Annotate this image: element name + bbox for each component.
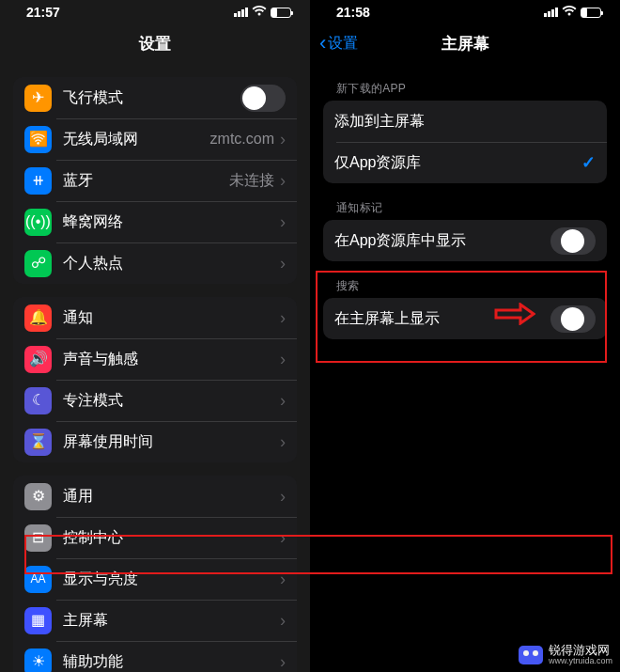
- status-time: 21:58: [336, 5, 370, 20]
- bluetooth-icon: ⧺: [24, 167, 52, 195]
- screentime-icon: ⌛: [24, 429, 52, 456]
- label-show-in-library: 在App资源库中显示: [334, 231, 550, 251]
- row-hotspot[interactable]: ☍ 个人热点 ›: [13, 242, 297, 284]
- hotspot-icon: ☍: [24, 250, 52, 277]
- chevron-icon: ›: [280, 171, 286, 191]
- home-screen-settings: 21:58 ‹ 设置 主屏幕 新下载的APP 添加到主屏幕 仅App资源库 ✓ …: [310, 0, 620, 672]
- row-control-center[interactable]: ⊟ 控制中心 ›: [13, 517, 297, 558]
- group-badges: 在App资源库中显示: [323, 220, 607, 261]
- row-app-library-only[interactable]: 仅App资源库 ✓: [323, 142, 607, 183]
- title-bar: ‹ 设置 主屏幕: [310, 23, 620, 64]
- row-show-on-home[interactable]: 在主屏幕上显示: [323, 298, 607, 339]
- label-control-center: 控制中心: [63, 528, 280, 548]
- group-search: 在主屏幕上显示: [323, 298, 607, 339]
- section-header-badges: 通知标记: [336, 200, 594, 216]
- row-accessibility[interactable]: ☀ 辅助功能 ›: [13, 641, 297, 672]
- label-general: 通用: [63, 487, 280, 507]
- airplane-switch[interactable]: [240, 85, 286, 112]
- row-sound[interactable]: 🔊 声音与触感 ›: [13, 338, 297, 380]
- status-icons: [544, 5, 601, 20]
- label-wifi: 无线局域网: [63, 130, 210, 149]
- label-hotspot: 个人热点: [63, 254, 280, 273]
- notifications-icon: 🔔: [24, 305, 52, 332]
- wifi-icon: [562, 5, 577, 20]
- chevron-icon: ›: [280, 391, 286, 411]
- section-header-newapps: 新下载的APP: [336, 81, 594, 97]
- row-screentime[interactable]: ⌛ 屏幕使用时间 ›: [13, 421, 297, 462]
- detail-bluetooth: 未连接: [229, 171, 274, 191]
- status-bar: 21:58: [310, 0, 620, 23]
- chevron-icon: ›: [280, 350, 286, 369]
- row-airplane[interactable]: ✈ 飞行模式: [13, 77, 297, 118]
- row-general[interactable]: ⚙ 通用 ›: [13, 476, 297, 517]
- chevron-icon: ›: [280, 432, 286, 452]
- chevron-icon: ›: [280, 308, 286, 328]
- back-button[interactable]: ‹ 设置: [319, 33, 358, 54]
- battery-icon: [581, 8, 601, 18]
- chevron-icon: ›: [280, 652, 286, 672]
- wifi-setting-icon: 🛜: [24, 126, 52, 153]
- label-add-to-home: 添加到主屏幕: [334, 112, 596, 132]
- row-home-screen[interactable]: ▦ 主屏幕 ›: [13, 600, 297, 641]
- label-notifications: 通知: [63, 308, 280, 328]
- label-accessibility: 辅助功能: [63, 652, 280, 672]
- signal-icon: [234, 8, 248, 17]
- check-icon: ✓: [581, 152, 596, 173]
- display-icon: AA: [24, 566, 52, 593]
- label-focus: 专注模式: [63, 391, 280, 411]
- group-connectivity: ✈ 飞行模式 🛜 无线局域网 zmtc.com › ⧺ 蓝牙 未连接 › ((•…: [13, 77, 297, 284]
- chevron-left-icon: ‹: [319, 33, 326, 54]
- row-show-in-library[interactable]: 在App资源库中显示: [323, 220, 607, 261]
- chevron-icon: ›: [280, 611, 286, 631]
- show-on-home-switch[interactable]: [550, 305, 596, 333]
- chevron-icon: ›: [280, 570, 286, 589]
- row-display[interactable]: AA 显示与亮度 ›: [13, 558, 297, 600]
- sound-icon: 🔊: [24, 346, 52, 373]
- show-in-library-switch[interactable]: [550, 227, 596, 255]
- row-notifications[interactable]: 🔔 通知 ›: [13, 297, 297, 338]
- label-show-on-home: 在主屏幕上显示: [334, 309, 550, 329]
- label-screentime: 屏幕使用时间: [63, 432, 280, 452]
- section-header-search: 搜索: [336, 278, 594, 294]
- status-bar: 21:57: [0, 0, 310, 23]
- row-wifi[interactable]: 🛜 无线局域网 zmtc.com ›: [13, 118, 297, 160]
- row-add-to-home[interactable]: 添加到主屏幕: [323, 101, 607, 142]
- accessibility-icon: ☀: [24, 649, 52, 673]
- chevron-icon: ›: [280, 528, 286, 548]
- battery-icon: [271, 8, 291, 18]
- watermark-title: 锐得游戏网: [549, 644, 612, 657]
- label-bluetooth: 蓝牙: [63, 171, 229, 191]
- group-newapps: 添加到主屏幕 仅App资源库 ✓: [323, 101, 607, 183]
- page-title: 设置: [139, 33, 171, 55]
- back-label: 设置: [328, 34, 358, 54]
- label-app-library-only: 仅App资源库: [334, 153, 581, 173]
- status-time: 21:57: [26, 5, 60, 20]
- watermark-url: www.ytruida.com: [549, 657, 612, 666]
- settings-screen: 21:57 设置 ✈ 飞行模式 🛜 无线局域网 zmtc.com › ⧺ 蓝牙 …: [0, 0, 310, 672]
- row-cellular[interactable]: ((•)) 蜂窝网络 ›: [13, 201, 297, 242]
- label-sound: 声音与触感: [63, 350, 280, 369]
- watermark-icon: [519, 646, 543, 664]
- title-bar: 设置: [0, 23, 310, 64]
- label-home-screen: 主屏幕: [63, 611, 280, 631]
- chevron-icon: ›: [280, 130, 286, 149]
- row-focus[interactable]: ☾ 专注模式 ›: [13, 380, 297, 421]
- page-title: 主屏幕: [442, 33, 489, 55]
- label-cellular: 蜂窝网络: [63, 212, 280, 232]
- cellular-icon: ((•)): [24, 209, 52, 236]
- label-airplane: 飞行模式: [63, 88, 240, 108]
- airplane-icon: ✈: [24, 85, 52, 112]
- home-screen-icon: ▦: [24, 607, 52, 634]
- group-alerts: 🔔 通知 › 🔊 声音与触感 › ☾ 专注模式 › ⌛ 屏幕使用时间 ›: [13, 297, 297, 462]
- chevron-icon: ›: [280, 212, 286, 232]
- chevron-icon: ›: [280, 254, 286, 273]
- label-display: 显示与亮度: [63, 570, 280, 589]
- wifi-icon: [252, 5, 267, 20]
- focus-icon: ☾: [24, 387, 52, 414]
- row-bluetooth[interactable]: ⧺ 蓝牙 未连接 ›: [13, 160, 297, 201]
- control-center-icon: ⊟: [24, 524, 52, 552]
- general-icon: ⚙: [24, 483, 52, 510]
- watermark: 锐得游戏网 www.ytruida.com: [519, 644, 612, 666]
- status-icons: [234, 5, 291, 20]
- chevron-icon: ›: [280, 487, 286, 507]
